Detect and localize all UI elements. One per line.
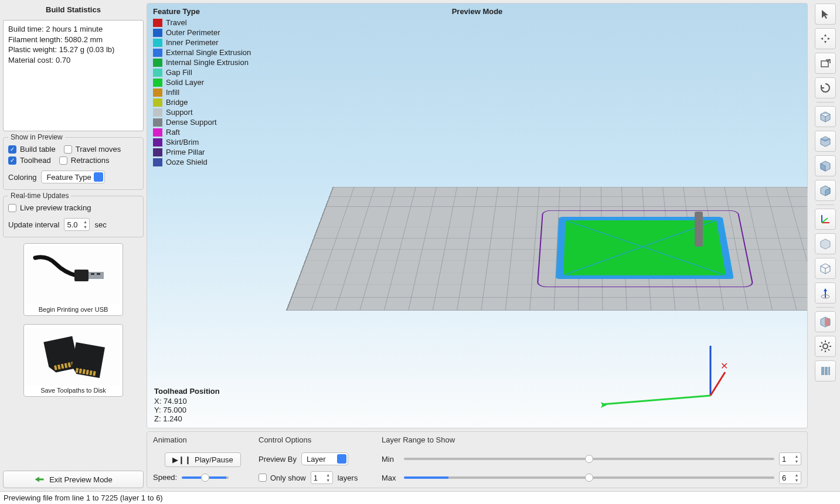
- right-toolbar: [811, 0, 840, 491]
- exit-preview-button[interactable]: Exit Preview Mode: [3, 471, 144, 488]
- layer-min-input[interactable]: 1 ▲▼: [779, 452, 801, 465]
- checkbox-icon: [64, 145, 72, 154]
- svg-rect-29: [825, 318, 830, 326]
- interval-unit: sec: [94, 220, 106, 229]
- svg-line-26: [822, 218, 828, 223]
- stat-weight: Plastic weight: 15.27 g (0.03 lb): [8, 45, 138, 55]
- legend-label: Prime Pillar: [166, 147, 205, 157]
- coloring-select[interactable]: Feature Type: [41, 171, 104, 183]
- checkbox-label: Toolhead: [20, 156, 51, 165]
- legend-row: Solid Layer: [153, 77, 251, 87]
- toolhead-y: Y: 75.000: [154, 406, 220, 414]
- zoom-extents-tool[interactable]: [815, 53, 836, 74]
- live-preview-checkbox[interactable]: Live preview tracking: [8, 203, 91, 212]
- spinner-up-icon[interactable]: ▲: [793, 472, 800, 478]
- arrow-left-icon: [34, 476, 45, 483]
- toolhead-title: Toolhead Position: [154, 387, 220, 396]
- save-toolpaths-button[interactable]: Save Toolpaths to Disk: [23, 324, 123, 397]
- layers-label: layers: [338, 474, 358, 482]
- checkbox-label: Travel moves: [76, 145, 121, 154]
- legend-label: Travel: [166, 18, 187, 28]
- realtime-label: Real-time Updates: [8, 192, 71, 200]
- only-show-value: 1: [314, 474, 318, 482]
- svg-rect-0: [74, 270, 89, 281]
- print-usb-button[interactable]: Begin Printing over USB: [23, 243, 123, 316]
- exit-label: Exit Preview Mode: [49, 475, 113, 484]
- animation-title: Animation: [153, 435, 253, 444]
- min-label: Min: [382, 455, 399, 464]
- toolhead-nozzle: [695, 212, 703, 247]
- pan-tool[interactable]: [815, 28, 836, 49]
- layer-min-slider[interactable]: [404, 458, 774, 460]
- checkbox-icon: [8, 204, 16, 212]
- build-statistics-box: Build time: 2 hours 1 minute Filament le…: [3, 20, 144, 131]
- solid-shading-tool[interactable]: [815, 233, 836, 254]
- disk-caption: Save Toolpaths to Disk: [40, 387, 106, 394]
- svg-text:➤: ➤: [600, 400, 607, 410]
- legend-label: Inner Perimeter: [166, 38, 219, 47]
- legend-label: Support: [166, 107, 193, 117]
- build-table-checkbox[interactable]: ✓ Build table: [8, 145, 56, 154]
- side-view-tool[interactable]: [815, 180, 836, 201]
- only-show-label: Only show: [270, 474, 306, 482]
- legend-swatch: [153, 98, 162, 107]
- legend-label: Gap Fill: [166, 67, 192, 77]
- legend-swatch: [153, 138, 162, 147]
- normals-tool[interactable]: [815, 282, 836, 304]
- section-tool[interactable]: [815, 311, 836, 332]
- svg-rect-1: [89, 272, 104, 279]
- build-plate: [286, 187, 808, 311]
- speed-slider[interactable]: [182, 476, 229, 479]
- wireframe-tool[interactable]: [815, 258, 836, 279]
- legend-label: Infill: [166, 87, 179, 97]
- pointer-tool[interactable]: [815, 4, 836, 25]
- legend-swatch: [153, 128, 162, 137]
- spinner-down-icon[interactable]: ▼: [325, 478, 332, 483]
- legend-row: Bridge: [153, 97, 251, 107]
- machine-tool[interactable]: [815, 360, 836, 382]
- svg-rect-40: [825, 367, 828, 375]
- axes-tool[interactable]: [815, 209, 836, 230]
- travel-moves-checkbox[interactable]: Travel moves: [64, 145, 121, 154]
- spinner-down-icon[interactable]: ▼: [793, 478, 800, 483]
- update-interval-input[interactable]: 5.0 ▲▼: [64, 218, 90, 231]
- spinner-down-icon[interactable]: ▼: [793, 459, 800, 464]
- spinner-down-icon[interactable]: ▼: [81, 224, 89, 230]
- legend-row: Gap Fill: [153, 67, 251, 77]
- toolhead-checkbox[interactable]: ✓ Toolhead: [8, 156, 51, 165]
- layer-max-input[interactable]: 6 ▲▼: [779, 471, 801, 484]
- only-show-input[interactable]: 1 ▲▼: [311, 471, 333, 484]
- max-label: Max: [382, 474, 399, 482]
- preview-viewport[interactable]: Feature Type TravelOuter PerimeterInner …: [147, 3, 808, 428]
- spinner-up-icon[interactable]: ▲: [325, 472, 332, 478]
- retractions-checkbox[interactable]: Retractions: [59, 156, 110, 165]
- legend-row: Prime Pillar: [153, 147, 251, 157]
- coloring-value: Feature Type: [46, 173, 91, 182]
- top-view-tool[interactable]: [815, 131, 836, 152]
- speed-label: Speed:: [153, 473, 177, 482]
- preview-by-label: Preview By: [259, 455, 297, 464]
- settings-tool[interactable]: [815, 336, 836, 357]
- front-view-tool[interactable]: [815, 155, 836, 176]
- center-panel: Feature Type TravelOuter PerimeterInner …: [147, 0, 811, 491]
- spinner-up-icon[interactable]: ▲: [793, 454, 800, 459]
- play-pause-button[interactable]: ▶❙❙ Play/Pause: [165, 452, 241, 467]
- legend-row: Ooze Shield: [153, 157, 251, 167]
- svg-line-19: [602, 396, 710, 404]
- layer-max-slider[interactable]: [404, 476, 774, 479]
- show-in-preview-group: Show in Preview ✓ Build table Travel mov…: [3, 137, 144, 190]
- reset-view-tool[interactable]: [815, 77, 836, 98]
- legend-swatch: [153, 108, 162, 117]
- iso-view-tool[interactable]: [815, 106, 836, 127]
- toolhead-z: Z: 1.240: [154, 414, 220, 423]
- preview-by-select[interactable]: Layer: [301, 452, 348, 465]
- legend-row: Travel: [153, 18, 251, 28]
- checkbox-icon: ✓: [8, 145, 16, 154]
- svg-line-35: [821, 342, 822, 343]
- svg-line-37: [821, 349, 822, 350]
- legend-row: Outer Perimeter: [153, 28, 251, 38]
- checkbox-label: Retractions: [71, 156, 110, 165]
- legend-label: Raft: [166, 127, 180, 137]
- spinner-up-icon[interactable]: ▲: [81, 219, 89, 224]
- only-show-checkbox[interactable]: Only show: [259, 474, 306, 482]
